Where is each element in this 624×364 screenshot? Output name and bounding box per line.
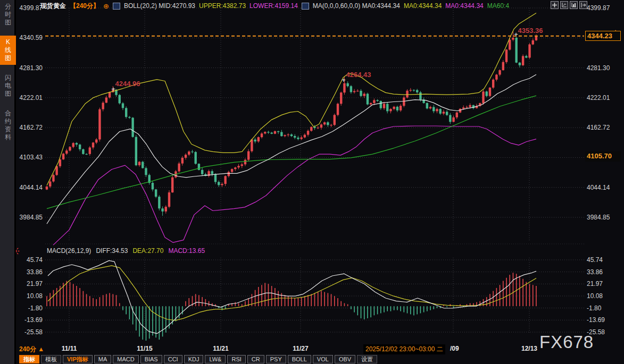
toolbar-button-BIAS[interactable]: BIAS	[140, 355, 162, 363]
macd-diff-value: DIFF:34.53	[96, 247, 128, 255]
swing-cross-marker: +	[111, 85, 115, 93]
boll-upper-value: UPPER:4382.73	[199, 2, 246, 10]
time-axis: 240分 ▲ 11/1111/1511/2111/2712/13 2025/12…	[0, 344, 624, 354]
circle-plus-icon[interactable]: ⊕	[103, 3, 109, 10]
toolbar-button-KDJ[interactable]: KDJ	[184, 355, 204, 363]
swing-high-label-1: 4244.96	[115, 80, 140, 88]
sidebar-tab-label: 闪电图	[4, 74, 12, 98]
ma60-value: MA60:4	[487, 2, 509, 10]
sidebar-tab-1[interactable]: K线图	[0, 36, 16, 65]
date-tick-label: 11/15	[137, 345, 152, 352]
toolbar-button-VOL[interactable]: VOL	[313, 355, 333, 363]
boll-indicator-icon	[113, 3, 120, 10]
date-label-partial: /09	[450, 345, 459, 352]
period-selector[interactable]: 240分 ▲	[19, 345, 44, 354]
chart-canvas[interactable]	[0, 0, 624, 364]
axis-left-chart-icon[interactable]	[560, 1, 568, 9]
bar-tooltip: 2025/12/02 23:00~03:00 二	[363, 344, 445, 354]
macd-label: MACD(26,12,9)	[47, 247, 91, 255]
ma0-yellow-value: MA0:4344.34	[404, 2, 442, 10]
macd-dea-value: DEA:27.70	[132, 247, 163, 255]
toolbar-button-PSY[interactable]: PSY	[266, 355, 286, 363]
date-tick-label: 11/27	[293, 345, 308, 352]
sidebar: 分时图K线图闪电图合约资料	[0, 0, 16, 364]
swing-cross-marker: +	[342, 76, 346, 84]
boll-lower-value: LOWER:4159.14	[249, 2, 298, 10]
sidebar-tab-0[interactable]: 分时图	[0, 0, 16, 29]
toolbar-button-MA[interactable]: MA	[94, 355, 112, 363]
window-controls	[551, 1, 587, 9]
kline-app: 分时图K线图闪电图合约资料 现货黄金 【240分】 ⊕ BOLL(20,2) M…	[0, 0, 624, 364]
boll-label: BOLL(20,2) MID:4270.93	[124, 2, 195, 10]
toolbar-button-OBV[interactable]: OBV	[335, 355, 355, 363]
symbol-name: 现货黄金	[40, 2, 66, 11]
sidebar-tab-label: 合约资料	[4, 109, 12, 141]
date-tick-label: 11/11	[62, 345, 77, 352]
swing-cross-marker: +	[514, 30, 518, 38]
panel-expand-icon[interactable]	[579, 1, 587, 9]
macd-header: MACD(26,12,9) DIFF:34.53 DEA:27.70 MACD:…	[47, 247, 205, 255]
toolbar-button-VIP指标[interactable]: VIP指标	[63, 355, 93, 363]
toolbar-button-指标[interactable]: 指标	[19, 355, 39, 363]
indicator-header: 现货黄金 【240分】 ⊕ BOLL(20,2) MID:4270.93 UPP…	[40, 0, 509, 12]
ma0-magenta-value: MA0:4344.34	[445, 2, 483, 10]
sidebar-tab-3[interactable]: 合约资料	[0, 107, 16, 144]
toolbar-button-设置[interactable]: 设置	[357, 355, 377, 363]
toolbar-button-MACD[interactable]: MACD	[113, 355, 138, 363]
swing-high-label-3: 4353.36	[518, 27, 543, 35]
indicator-toolbar: 指标模板VIP指标MAMACDBIASCCIKDJLW&RSICRPSYBOLL…	[19, 355, 377, 363]
toolbar-button-模板[interactable]: 模板	[41, 355, 61, 363]
macd-macd-value: MACD:13.65	[168, 247, 205, 255]
sidebar-tab-2[interactable]: 闪电图	[0, 71, 16, 100]
swing-high-label-2: 4264.43	[346, 71, 371, 79]
toolbar-button-CCI[interactable]: CCI	[164, 355, 182, 363]
date-tick-label: 12/13	[521, 345, 537, 352]
last-price-box: 4344.23	[585, 31, 621, 41]
ma-label: MA(0,0,0,60,0,0) MA0:4344.34	[313, 2, 400, 10]
low-price-box: 4105.70	[585, 151, 621, 162]
crosshair-icon[interactable]	[551, 1, 559, 9]
period-label: 【240分】	[70, 2, 99, 11]
sidebar-tab-label: K线图	[4, 38, 12, 62]
date-tick-label: 11/21	[213, 345, 228, 352]
ma-indicator-icon	[302, 3, 309, 10]
toolbar-button-LW&[interactable]: LW&	[205, 355, 226, 363]
sidebar-tab-label: 分时图	[4, 3, 12, 27]
axis-right-chart-icon[interactable]	[570, 1, 578, 9]
toolbar-button-CR[interactable]: CR	[247, 355, 264, 363]
toolbar-button-BOLL[interactable]: BOLL	[288, 355, 311, 363]
toolbar-button-RSI[interactable]: RSI	[227, 355, 245, 363]
